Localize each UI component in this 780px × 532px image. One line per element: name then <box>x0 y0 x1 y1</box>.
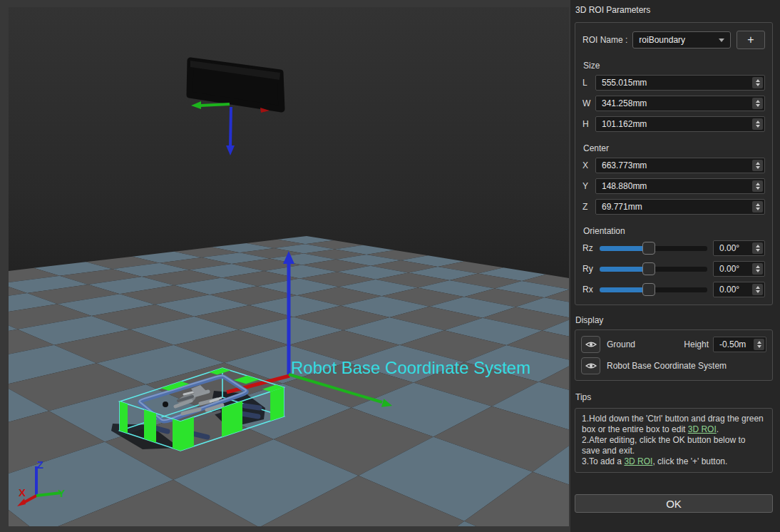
size-l-key: L <box>583 78 595 88</box>
gizmo-z-label: Z <box>36 459 43 471</box>
spin-down-icon[interactable] <box>756 187 760 190</box>
size-h-input[interactable]: 101.162mm <box>595 116 765 132</box>
spinner-buttons[interactable] <box>752 98 763 109</box>
spin-down-icon[interactable] <box>756 83 760 86</box>
roi-handle[interactable] <box>120 401 128 434</box>
spin-up-icon[interactable] <box>756 265 760 268</box>
center-z-key: Z <box>583 202 595 212</box>
tips-item-1: 1.Hold down the 'Ctrl' button and drag t… <box>582 414 766 435</box>
ground-visibility-button[interactable] <box>581 336 600 353</box>
display-groupbox: Ground Height -0.50m Robot Base Coordina… <box>575 329 773 381</box>
spin-down-icon[interactable] <box>756 104 760 107</box>
gizmo-y-label: Y <box>58 487 65 499</box>
roi-handle[interactable] <box>144 409 156 443</box>
eye-icon <box>585 340 597 349</box>
rx-value-input[interactable]: 0.00° <box>713 282 765 297</box>
spinner-buttons[interactable] <box>752 242 763 254</box>
spinner-buttons[interactable] <box>752 77 763 88</box>
rbcs-label: Robot Base Coordinate System <box>607 361 727 371</box>
roi-handle[interactable] <box>270 387 284 421</box>
size-l-row: L 555.015mm <box>583 75 765 91</box>
ry-key: Ry <box>583 264 600 274</box>
roi-name-value: roiBoundary <box>639 35 685 45</box>
size-h-key: H <box>583 119 595 129</box>
size-w-key: W <box>583 98 595 108</box>
ground-height-input[interactable]: -0.50m <box>713 337 766 352</box>
gizmo-x-label: X <box>19 486 26 498</box>
size-h-row: H 101.162mm <box>583 116 765 132</box>
rz-key: Rz <box>583 243 600 253</box>
3d-viewport[interactable]: Z X Y Robot Base Coordinate System <box>9 7 569 526</box>
spinner-buttons[interactable] <box>752 160 763 171</box>
spinner-buttons[interactable] <box>752 263 763 275</box>
spin-up-icon[interactable] <box>756 203 760 206</box>
center-y-row: Y 148.880mm <box>583 178 765 194</box>
spin-up-icon[interactable] <box>756 121 760 123</box>
spin-down-icon[interactable] <box>756 166 760 169</box>
spin-up-icon[interactable] <box>756 245 760 247</box>
ry-value-input[interactable]: 0.00° <box>713 261 765 277</box>
rbcs-display-row: Robot Base Coordinate System <box>581 357 766 374</box>
rz-value-input[interactable]: 0.00° <box>713 240 765 256</box>
chevron-down-icon <box>719 39 724 42</box>
app-window: Z X Y Robot Base Coordinate System 3D RO… <box>0 0 780 532</box>
panel-title: 3D ROI Parameters <box>575 5 773 15</box>
size-l-input[interactable]: 555.015mm <box>595 75 765 91</box>
tips-box: 1.Hold down the 'Ctrl' button and drag t… <box>575 408 773 473</box>
spin-up-icon[interactable] <box>756 162 760 165</box>
center-z-input[interactable]: 69.771mm <box>595 199 765 215</box>
ground-label: Ground <box>607 339 635 349</box>
ry-slider[interactable] <box>600 261 707 277</box>
size-w-row: W 341.258mm <box>583 96 765 111</box>
spinner-buttons[interactable] <box>752 201 763 213</box>
spin-down-icon[interactable] <box>756 290 760 293</box>
center-x-input[interactable]: 663.773mm <box>595 158 765 173</box>
ground-display-row: Ground Height -0.50m <box>581 336 766 353</box>
rbcs-visibility-button[interactable] <box>581 357 600 374</box>
rx-slider-handle[interactable] <box>642 283 655 296</box>
spinner-buttons[interactable] <box>752 180 763 192</box>
rz-slider[interactable] <box>600 240 707 256</box>
center-x-key: X <box>583 160 595 170</box>
tips-link-3d-roi[interactable]: 3D ROI <box>624 456 652 466</box>
center-y-key: Y <box>583 181 595 191</box>
spin-down-icon[interactable] <box>756 270 760 272</box>
rz-slider-row: Rz 0.00° <box>583 240 765 256</box>
spinner-buttons[interactable] <box>752 284 763 295</box>
center-y-input[interactable]: 148.880mm <box>595 178 765 194</box>
spin-down-icon[interactable] <box>756 249 760 252</box>
spin-down-icon[interactable] <box>757 345 761 348</box>
rx-slider[interactable] <box>600 282 707 297</box>
parameters-groupbox: ROI Name : roiBoundary + Size L 555.015m… <box>575 22 773 305</box>
roi-handle[interactable] <box>173 417 194 451</box>
roi-parameters-panel: 3D ROI Parameters ROI Name : roiBoundary… <box>570 0 780 532</box>
orientation-section-label: Orientation <box>583 226 765 236</box>
display-section-label: Display <box>575 315 773 325</box>
center-x-row: X 663.773mm <box>583 158 765 173</box>
eye-icon <box>585 362 597 370</box>
rx-slider-row: Rx 0.00° <box>583 282 765 297</box>
tips-link-3d-roi[interactable]: 3D ROI <box>688 424 717 434</box>
size-w-input[interactable]: 341.258mm <box>595 96 765 111</box>
spin-down-icon[interactable] <box>756 125 760 128</box>
spin-up-icon[interactable] <box>756 79 760 82</box>
spin-up-icon[interactable] <box>756 183 760 185</box>
ry-slider-handle[interactable] <box>642 262 655 275</box>
spinner-buttons[interactable] <box>754 339 764 350</box>
roi-name-label: ROI Name : <box>583 35 627 45</box>
add-roi-button[interactable]: + <box>737 31 765 49</box>
spin-down-icon[interactable] <box>756 208 760 210</box>
spin-up-icon[interactable] <box>757 341 761 344</box>
roi-name-select[interactable]: roiBoundary <box>632 31 731 48</box>
spinner-buttons[interactable] <box>752 118 763 130</box>
rx-key: Rx <box>583 285 600 295</box>
spin-up-icon[interactable] <box>756 286 760 289</box>
viewport-frame: Z X Y Robot Base Coordinate System <box>0 0 570 532</box>
bin-floor-hole <box>163 401 168 407</box>
tips-item-2: 2.After editing, click the OK button bel… <box>582 435 766 456</box>
ok-button[interactable]: OK <box>575 494 773 513</box>
size-section-label: Size <box>583 61 765 71</box>
spin-up-icon[interactable] <box>756 100 760 103</box>
rz-slider-handle[interactable] <box>642 242 655 255</box>
center-z-row: Z 69.771mm <box>583 199 765 215</box>
